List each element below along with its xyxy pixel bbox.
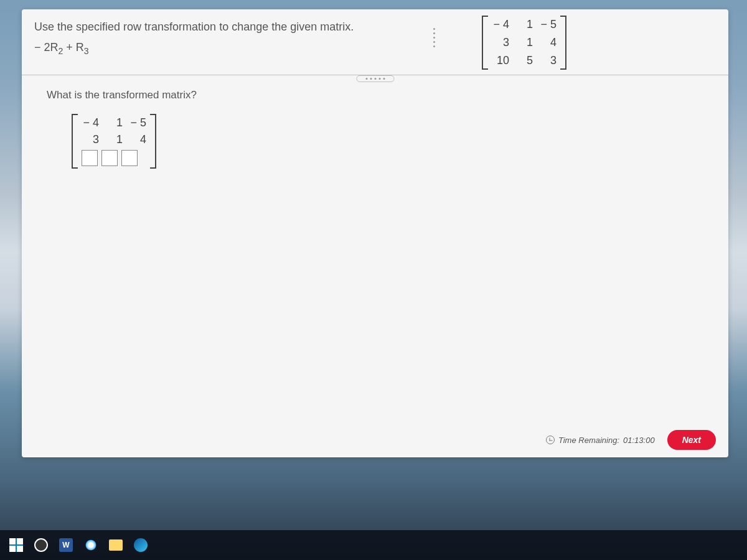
bracket-right-icon [560, 16, 566, 70]
matrix-cell: 1 [105, 116, 123, 129]
next-button[interactable]: Next [667, 430, 716, 450]
matrix-input[interactable] [82, 150, 98, 166]
matrix-cell: 3 [82, 133, 99, 146]
matrix-row: 10 5 3 [492, 54, 557, 67]
time-value: 01:13:00 [623, 436, 655, 445]
instructions-block: Use the specified row transformation to … [34, 21, 716, 56]
matrix-input-row [82, 150, 146, 166]
matrix-body: − 4 1 − 5 3 1 4 [78, 114, 150, 169]
matrix-body: − 4 1 − 5 3 1 4 10 5 3 [488, 16, 560, 70]
clock-icon [546, 436, 555, 444]
row-operation: − 2R2 + R3 [34, 41, 716, 56]
matrix-cell: − 4 [492, 18, 509, 31]
matrix-cell: 3 [492, 36, 509, 49]
horizontal-resize-handle[interactable] [356, 75, 394, 82]
answer-section: What is the transformed matrix? − 4 1 − … [22, 75, 728, 457]
matrix-cell: 1 [515, 36, 533, 49]
matrix-row: − 4 1 − 5 [492, 18, 557, 31]
matrix-input[interactable] [121, 150, 138, 166]
folder-icon [109, 539, 123, 551]
matrix-input[interactable] [101, 150, 118, 166]
matrix-cell: 1 [105, 133, 123, 146]
op-prefix: − 2R [34, 41, 59, 54]
question-card: Use the specified row transformation to … [22, 9, 728, 457]
edge-icon [134, 538, 148, 552]
given-matrix: − 4 1 − 5 3 1 4 10 5 3 [482, 16, 566, 70]
op-sub2: 3 [84, 46, 89, 56]
matrix-cell: 10 [492, 54, 509, 67]
search-button[interactable] [31, 535, 51, 555]
taskbar-cortana[interactable] [81, 535, 101, 555]
matrix-cell: − 5 [129, 116, 146, 129]
start-button[interactable] [6, 535, 26, 555]
bracket-left-icon [72, 114, 78, 169]
matrix-cell: 3 [539, 54, 557, 67]
taskbar-folder[interactable] [106, 535, 126, 555]
answer-matrix: − 4 1 − 5 3 1 4 [72, 114, 703, 171]
answer-prompt: What is the transformed matrix? [47, 89, 703, 101]
matrix-row: 3 1 4 [492, 36, 557, 49]
op-mid: + R [63, 41, 84, 54]
time-remaining: Time Remaining: 01:13:00 [546, 436, 655, 445]
word-icon: W [59, 538, 73, 552]
matrix-cell: 4 [539, 36, 557, 49]
matrix-cell: − 4 [82, 116, 99, 129]
question-header: Use the specified row transformation to … [22, 9, 728, 75]
matrix-cell: − 5 [539, 18, 557, 31]
card-footer: Time Remaining: 01:13:00 Next [546, 430, 716, 450]
taskbar-word[interactable]: W [56, 535, 76, 555]
matrix-cell: 5 [515, 54, 533, 67]
windows-taskbar[interactable]: W [0, 530, 747, 560]
dots-icon [433, 28, 435, 47]
search-icon [34, 538, 48, 552]
matrix-row: − 4 1 − 5 [82, 116, 146, 129]
bracket-right-icon [150, 114, 156, 169]
matrix-row: 3 1 4 [82, 133, 146, 146]
cortana-icon [85, 539, 96, 551]
windows-icon [9, 538, 23, 552]
instruction-text: Use the specified row transformation to … [34, 21, 716, 34]
taskbar-edge[interactable] [131, 535, 151, 555]
bracket-left-icon [482, 16, 488, 70]
vertical-resize-handle[interactable] [431, 9, 436, 80]
matrix-cell: 4 [129, 133, 146, 146]
time-label: Time Remaining: [558, 436, 619, 445]
matrix-cell: 1 [515, 18, 533, 31]
